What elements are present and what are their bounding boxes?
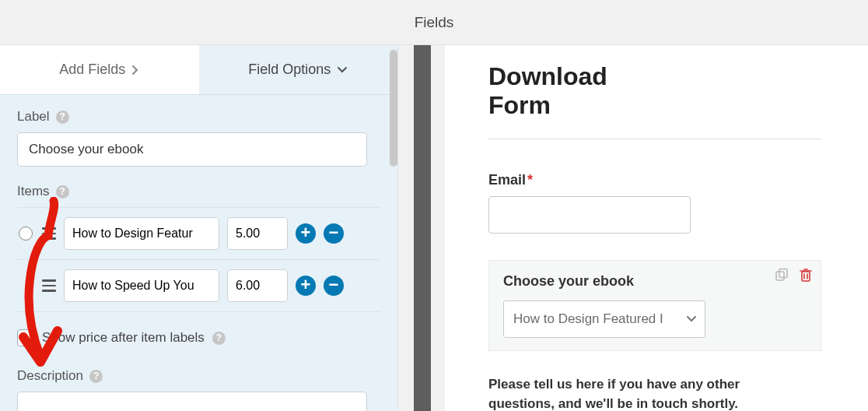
remove-item-button[interactable]: − [324,276,344,296]
left-panel: Add Fields Field Options Label ? Items [0,45,398,411]
help-icon[interactable]: ? [212,332,226,345]
help-icon[interactable]: ? [56,185,69,198]
items-heading: Items [17,184,50,199]
form-note: Please tell us here if you have any othe… [488,374,807,411]
drag-handle-icon[interactable] [42,227,56,240]
label-heading-row: Label ? [17,109,380,125]
show-price-label: Show price after item labels [42,330,205,346]
email-label-row: Email* [488,172,821,188]
form-title-line2: Form [488,91,551,119]
preview-panel: Download Form Email* Choose your ebook H… [445,45,868,411]
left-scrollbar[interactable] [390,50,397,167]
item-name-input[interactable] [64,269,219,302]
help-icon[interactable]: ? [56,111,69,124]
item-price-input[interactable] [227,269,288,302]
form-title-line1: Download [488,62,607,90]
description-block: Description ? [17,368,380,411]
duplicate-icon[interactable] [774,267,789,286]
separator-dark [414,45,431,411]
items-block: Items ? + − + − [17,184,380,312]
chevron-right-icon [131,65,139,76]
item-price-input[interactable] [227,217,288,250]
description-heading-row: Description ? [17,368,380,384]
label-heading: Label [17,109,50,125]
tab-field-options-label: Field Options [248,61,331,78]
card-actions [774,267,813,286]
help-icon[interactable]: ? [89,370,103,383]
top-bar: Fields [0,0,868,45]
email-input[interactable] [488,196,691,234]
chevron-down-icon [337,66,348,74]
add-item-button[interactable]: + [296,223,316,244]
items-heading-row: Items ? [17,184,380,199]
tab-field-options[interactable]: Field Options [199,45,398,94]
email-label: Email [488,172,526,188]
form-divider [488,139,821,139]
tabs: Add Fields Field Options [0,45,397,95]
show-price-checkbox[interactable] [17,329,34,346]
label-input[interactable] [17,132,367,167]
ebook-select-value: How to Design Featured I [513,311,663,327]
svg-rect-2 [802,272,810,281]
add-item-button[interactable]: + [296,276,316,296]
item-row: + − [17,260,380,312]
show-price-row: Show price after item labels ? [17,329,380,346]
item-row: + − [17,207,380,260]
chevron-down-icon [686,311,697,327]
default-radio[interactable] [17,227,34,241]
main-area: Add Fields Field Options Label ? Items [0,45,868,411]
ebook-field-card[interactable]: Choose your ebook How to Design Featured… [488,260,821,351]
options-body: Label ? Items ? + − [0,95,397,411]
panel-separator [398,45,445,411]
trash-icon[interactable] [799,267,813,286]
item-name-input[interactable] [64,217,219,250]
description-input[interactable] [17,392,367,411]
svg-rect-0 [776,272,784,280]
drag-handle-icon[interactable] [42,279,56,292]
required-asterisk: * [527,172,533,188]
svg-rect-1 [779,269,787,277]
tab-add-fields[interactable]: Add Fields [0,45,199,94]
description-heading: Description [17,368,83,384]
tab-add-fields-label: Add Fields [59,61,125,78]
ebook-select[interactable]: How to Design Featured I [503,300,705,338]
ebook-card-label: Choose your ebook [503,273,807,290]
form-title: Download Form [488,62,644,120]
remove-item-button[interactable]: − [324,223,344,244]
top-bar-title: Fields [415,14,454,31]
